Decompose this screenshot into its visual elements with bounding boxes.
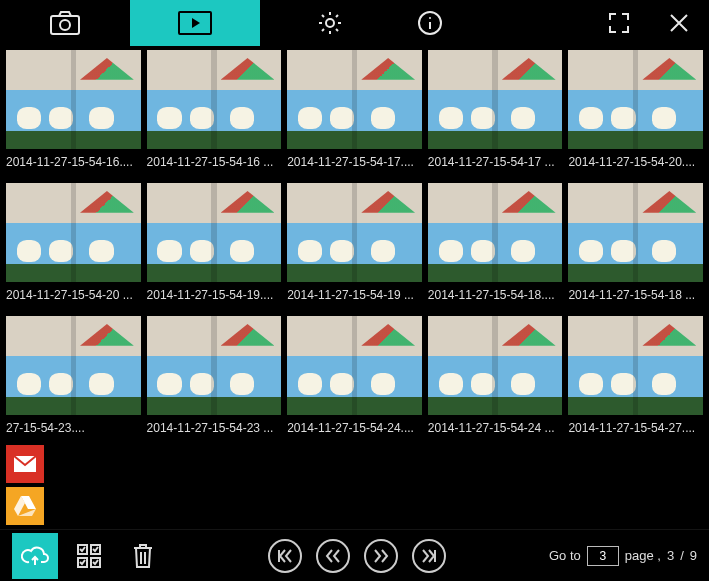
thumbnail-image	[287, 50, 422, 149]
drive-icon	[14, 496, 36, 516]
select-all-button[interactable]	[66, 533, 112, 579]
info-button[interactable]	[400, 0, 460, 46]
thumbnail-image	[428, 183, 563, 282]
share-stack	[6, 445, 44, 525]
next-icon	[373, 549, 389, 563]
thumbnail-caption: 2014-11-27-15-54-19 ...	[287, 282, 422, 310]
thumbnail-image	[147, 183, 282, 282]
thumbnail-caption: 2014-11-27-15-54-18....	[428, 282, 563, 310]
camera-tab[interactable]	[0, 0, 130, 46]
mail-icon	[14, 456, 36, 472]
cloud-upload-icon	[21, 545, 49, 567]
thumbnail-caption: 2014-11-27-15-54-24....	[287, 415, 422, 443]
thumbnail[interactable]: 2014-11-27-15-54-16....	[6, 50, 141, 177]
delete-button[interactable]	[120, 533, 166, 579]
thumbnail-image	[6, 50, 141, 149]
thumbnail-caption: 2014-11-27-15-54-17....	[287, 149, 422, 177]
first-page-button[interactable]	[268, 539, 302, 573]
page-nav-group	[268, 539, 446, 573]
thumbnail[interactable]: 2014-11-27-15-54-16 ...	[147, 50, 282, 177]
svg-point-3	[326, 19, 334, 27]
share-drive-button[interactable]	[6, 487, 44, 525]
thumbnail-image	[6, 316, 141, 415]
thumbnail[interactable]: 2014-11-27-15-54-23 ...	[147, 316, 282, 443]
thumbnail-caption: 2014-11-27-15-54-24 ...	[428, 415, 563, 443]
goto-page-input[interactable]	[587, 546, 619, 566]
current-page: 3	[667, 548, 674, 563]
page-sep: /	[680, 548, 684, 563]
thumbnail-image	[428, 50, 563, 149]
total-pages: 9	[690, 548, 697, 563]
thumbnail[interactable]: 2014-11-27-15-54-24 ...	[428, 316, 563, 443]
share-mail-button[interactable]	[6, 445, 44, 483]
thumbnail-image	[287, 183, 422, 282]
thumbnail-image	[147, 50, 282, 149]
thumbnail-image	[568, 316, 703, 415]
svg-rect-0	[51, 16, 79, 34]
thumbnail-image	[6, 183, 141, 282]
thumbnail[interactable]: 2014-11-27-15-54-19 ...	[287, 183, 422, 310]
info-icon	[417, 10, 443, 36]
first-icon	[277, 549, 293, 563]
thumbnail-caption: 2014-11-27-15-54-16....	[6, 149, 141, 177]
gallery-tab[interactable]	[130, 0, 260, 46]
settings-button[interactable]	[300, 0, 360, 46]
thumbnail-caption: 2014-11-27-15-54-17 ...	[428, 149, 563, 177]
fullscreen-button[interactable]	[589, 0, 649, 46]
thumbnail[interactable]: 2014-11-27-15-54-24....	[287, 316, 422, 443]
camera-icon	[50, 11, 80, 35]
thumbnail-image	[428, 316, 563, 415]
thumbnail-grid: 2014-11-27-15-54-16.... 2014-11-27-15-54…	[0, 46, 709, 443]
pager: Go to page , 3 / 9	[549, 546, 697, 566]
thumbnail[interactable]: 2014-11-27-15-54-20 ...	[6, 183, 141, 310]
prev-icon	[325, 549, 341, 563]
thumbnail-caption: 2014-11-27-15-54-19....	[147, 282, 282, 310]
thumbnail-image	[568, 50, 703, 149]
top-toolbar	[0, 0, 709, 46]
thumbnail-caption: 2014-11-27-15-54-16 ...	[147, 149, 282, 177]
trash-icon	[132, 543, 154, 569]
thumbnail[interactable]: 2014-11-27-15-54-20....	[568, 50, 703, 177]
thumbnail-image	[147, 316, 282, 415]
grid-check-icon	[77, 544, 101, 568]
close-icon	[668, 12, 690, 34]
goto-label: Go to	[549, 548, 581, 563]
thumbnail[interactable]: 27-15-54-23....	[6, 316, 141, 443]
thumbnail-caption: 27-15-54-23....	[6, 415, 141, 443]
thumbnail[interactable]: 2014-11-27-15-54-18....	[428, 183, 563, 310]
thumbnail[interactable]: 2014-11-27-15-54-17....	[287, 50, 422, 177]
last-icon	[421, 549, 437, 563]
prev-page-button[interactable]	[316, 539, 350, 573]
close-button[interactable]	[649, 0, 709, 46]
bottom-toolbar: Go to page , 3 / 9	[0, 529, 709, 581]
expand-icon	[607, 11, 631, 35]
svg-point-5	[429, 17, 431, 19]
last-page-button[interactable]	[412, 539, 446, 573]
thumbnail-caption: 2014-11-27-15-54-20....	[568, 149, 703, 177]
play-icon	[178, 11, 212, 35]
thumbnail-caption: 2014-11-27-15-54-18 ...	[568, 282, 703, 310]
thumbnail-caption: 2014-11-27-15-54-20 ...	[6, 282, 141, 310]
thumbnail[interactable]: 2014-11-27-15-54-27....	[568, 316, 703, 443]
thumbnail[interactable]: 2014-11-27-15-54-17 ...	[428, 50, 563, 177]
upload-button[interactable]	[12, 533, 58, 579]
thumbnail[interactable]: 2014-11-27-15-54-19....	[147, 183, 282, 310]
thumbnail[interactable]: 2014-11-27-15-54-18 ...	[568, 183, 703, 310]
gear-icon	[317, 10, 343, 36]
next-page-button[interactable]	[364, 539, 398, 573]
page-word: page ,	[625, 548, 661, 563]
thumbnail-caption: 2014-11-27-15-54-27....	[568, 415, 703, 443]
thumbnail-caption: 2014-11-27-15-54-23 ...	[147, 415, 282, 443]
thumbnail-image	[287, 316, 422, 415]
thumbnail-image	[568, 183, 703, 282]
svg-point-1	[60, 20, 70, 30]
